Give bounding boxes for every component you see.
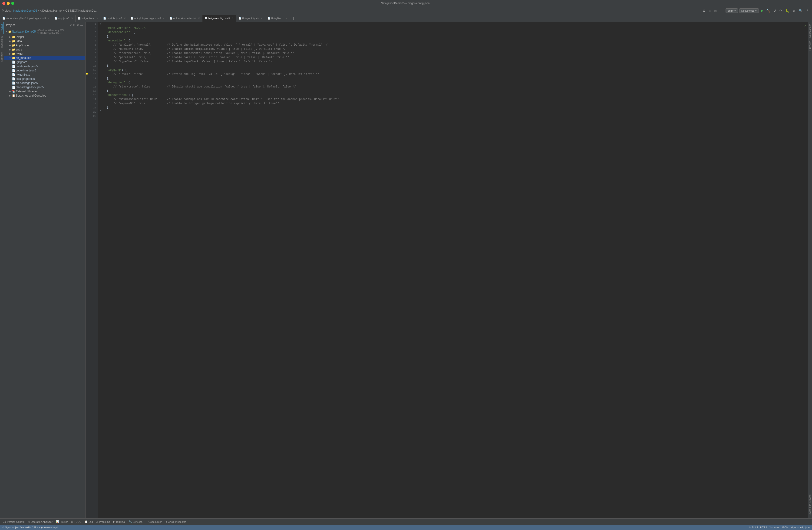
tab-label-obfuscation: obfuscation-rules.txt — [173, 17, 196, 20]
arkui-inspector-item[interactable]: 🖥 ArkUI Inspector — [164, 520, 187, 524]
tree-ohpackage[interactable]: 📄 oh-package.json5 — [4, 81, 85, 85]
tree-localprops[interactable]: 📄 local.properties — [4, 77, 85, 81]
tab-label-app: app.json5 — [58, 17, 69, 20]
tree-gitignore[interactable]: 📄 .gitignore — [4, 60, 85, 64]
tree-hvigor2-folder[interactable]: ▶ 📁 hvigor — [4, 52, 85, 56]
redo-button[interactable]: ↷ — [779, 9, 783, 13]
tree-scratches[interactable]: ▶ 📋 Scratches and Consoles — [4, 94, 85, 98]
tab-hvigor-config[interactable]: 📄 hvigor-config.json5 ✕ — [202, 15, 236, 22]
tab-close-app[interactable]: ✕ — [71, 17, 73, 19]
tab-dependencymap[interactable]: 📄 dependencyMap/oh-package.json5 ✕ — [0, 15, 52, 22]
operation-analyzer-item[interactable]: ◎ Operation Analyzer — [26, 520, 54, 524]
tab-close-hvigorfile[interactable]: ✕ — [97, 17, 98, 19]
arkui-inspector-label: ArkUI Inspector — [168, 520, 186, 523]
tree-ohmodules-folder[interactable]: ▾ 📁 oh_modules — [4, 56, 85, 60]
tree-hvigorfile[interactable]: 📄 hvigorfile.ts — [4, 73, 85, 77]
more-button[interactable]: ⋮ — [805, 9, 810, 13]
tab-module[interactable]: 📄 module.json5 ✕ — [101, 15, 128, 22]
sidebar-bookmarks-tab[interactable]: Bookmarks — [0, 34, 4, 50]
run-config-selector[interactable]: entry ▾ — [726, 9, 738, 13]
tree-external-libs[interactable]: ▶ 📚 External Libraries — [4, 89, 85, 94]
tree-sync-icon[interactable]: ↺ — [69, 23, 72, 27]
tree-hvigor-folder[interactable]: ▶ 📁 .hvigor — [4, 35, 85, 39]
cursor-position[interactable]: 14:5 — [749, 526, 753, 529]
config-button[interactable]: ⊞ — [713, 9, 717, 13]
tab-entryability[interactable]: 📄 EntryAbility.ets ✕ — [236, 15, 265, 22]
gutter-19 — [86, 97, 88, 101]
idea-arrow: ▶ — [9, 40, 12, 42]
tree-entry-folder[interactable]: ▶ 📁 entry — [4, 47, 85, 52]
sidebar-structure-tab[interactable]: Structure — [0, 50, 4, 64]
tab-obfuscation[interactable]: 📄 obfuscation-rules.txt ✕ — [167, 15, 202, 22]
charset[interactable]: UTF-8 — [760, 526, 767, 529]
todo-icon: ☑ — [71, 520, 73, 523]
code-linter-label: Code Linter — [148, 520, 162, 523]
left-sidebar-tabs: Project Bookmarks Structure — [0, 22, 4, 518]
run-button[interactable]: ▶ — [760, 8, 764, 13]
line-2: "modelVersion": "5.0.0", — [100, 26, 799, 30]
debug-button[interactable]: 🐛 — [785, 9, 791, 13]
terminal-item[interactable]: ▶ Terminal — [112, 520, 127, 524]
tab-close-hvigor[interactable]: ✕ — [232, 17, 234, 19]
device-dropdown-icon: ▾ — [755, 9, 757, 12]
tab-close-module[interactable]: ✕ — [124, 17, 126, 19]
more-config-button[interactable]: — — [719, 9, 724, 13]
tree-expand-icon[interactable]: ⊞ — [73, 23, 76, 27]
hvigor2-folder-icon: 📁 — [12, 52, 15, 55]
tab-app[interactable]: 📄 app.json5 ✕ — [52, 15, 75, 22]
indent-info[interactable]: 2 spaces — [769, 526, 780, 529]
device-selector[interactable]: No Devices ▾ — [739, 9, 759, 13]
tab-entrybac[interactable]: 📄 EntryBac... ✕ — [265, 15, 290, 22]
problems-item[interactable]: ⚠ Problems — [95, 520, 111, 524]
tree-appscope-folder[interactable]: ▶ 📁 AppScope — [4, 43, 85, 47]
close-button[interactable] — [2, 2, 5, 5]
preview-tab[interactable]: Preview — [808, 40, 812, 52]
settings-button[interactable]: ⚙ — [701, 9, 707, 13]
code-content[interactable]: { "modelVersion": "5.0.0", "dependencies… — [98, 22, 801, 518]
editor-area: 💡 12345 678910 1112131415 — [86, 22, 808, 518]
tree-ohpackagelock[interactable]: 📄 oh-package-lock.json5 — [4, 85, 85, 89]
maximize-button[interactable] — [11, 2, 14, 5]
align-button[interactable]: ≡ — [708, 9, 712, 13]
sync-button[interactable]: ↺ — [772, 9, 777, 13]
profiler-item[interactable]: 📊 Profiler — [54, 520, 69, 524]
version-control-item[interactable]: ⎇ Version Control — [2, 520, 26, 524]
tab-close-entryability[interactable]: ✕ — [261, 17, 263, 19]
line-1: { — [100, 22, 799, 26]
more-tabs-button[interactable]: ⋮ — [290, 15, 297, 22]
tab-label-hvigor: hvigor-config.json5 — [208, 17, 230, 19]
todo-item[interactable]: ☑ TODO — [70, 520, 83, 524]
filetype-info[interactable]: JSON: hvigor-config.json — [781, 526, 810, 529]
hvigor2-folder-name: hvigor — [16, 52, 24, 55]
notifications-tab[interactable]: Notifications — [808, 22, 812, 40]
tree-buildprofile[interactable]: 📄 build-profile.json5 — [4, 64, 85, 68]
tree-codelinter[interactable]: 📄 code-linter.json5 — [4, 68, 85, 73]
line-ending[interactable]: LF — [755, 526, 758, 529]
build-button[interactable]: 🔨 — [765, 9, 771, 13]
code-editor[interactable]: 💡 12345 678910 1112131415 — [86, 22, 808, 518]
gutter-3 — [86, 30, 88, 34]
tree-settings-icon[interactable]: ⚙ — [76, 23, 79, 27]
code-linter-icon: ✓ — [146, 520, 148, 523]
coverage-button[interactable]: ⊛ — [792, 9, 796, 13]
ohpackagelock-icon: 📄 — [12, 86, 15, 89]
tab-entry-oh[interactable]: 📄 entry/oh-package.json5 ✕ — [128, 15, 167, 22]
minimize-button[interactable] — [7, 2, 10, 5]
log-item[interactable]: 📋 Log — [83, 520, 94, 524]
sidebar-project-tab[interactable]: Project — [0, 22, 4, 34]
code-linter-item[interactable]: ✓ Code Linter — [144, 520, 163, 524]
tab-hvigorfile[interactable]: 📄 hvigorfile.ts ✕ — [75, 15, 101, 22]
tree-root[interactable]: ▾ 📁 NavigationDemo05 ~/Desktop/Harmony O… — [4, 28, 85, 35]
tree-close-icon[interactable]: — — [80, 23, 84, 27]
device-file-browser-tab[interactable]: Device File Browser — [808, 492, 812, 518]
tab-close-entry[interactable]: ✕ — [163, 17, 164, 19]
tab-close-entrybac[interactable]: ✕ — [286, 17, 288, 19]
search-button[interactable]: 🔍 — [798, 9, 803, 13]
window-title: NavigationDemo05 – hvigor-config.json5 — [381, 2, 431, 5]
tab-close-obfuscation[interactable]: ✕ — [198, 17, 200, 19]
gutter-20 — [86, 101, 88, 106]
services-item[interactable]: 🔧 Services — [127, 520, 144, 524]
sync-message: Sync project finished in 299 ms (moments… — [5, 526, 58, 529]
tab-close-dependency[interactable]: ✕ — [48, 17, 49, 19]
tree-idea-folder[interactable]: ▶ 📁 .idea — [4, 39, 85, 43]
